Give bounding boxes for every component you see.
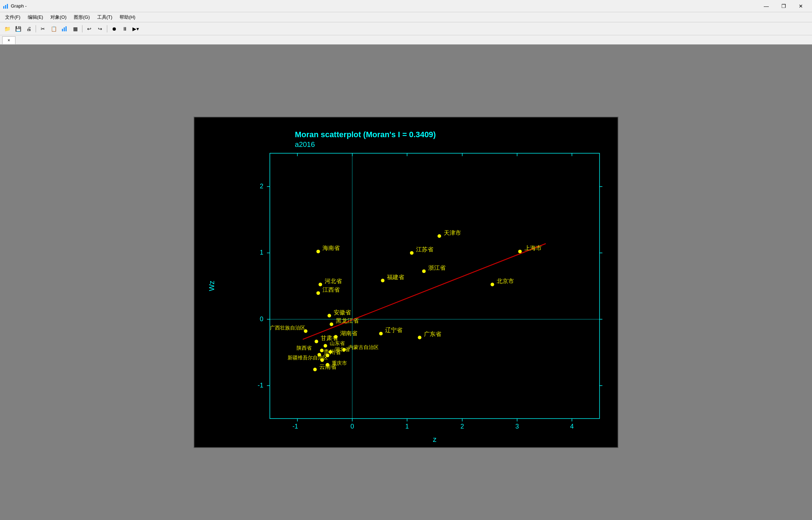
x-tick-0: 0: [351, 423, 354, 430]
toolbar-stop[interactable]: ⏺: [109, 24, 119, 33]
svg-rect-2: [7, 4, 8, 9]
label-shaanxi: 陕西省: [297, 345, 312, 351]
svg-rect-6: [195, 117, 618, 447]
window-controls: — ❐ ✕: [758, 0, 809, 12]
toolbar-table[interactable]: ▦: [70, 24, 80, 33]
graph-window: Moran scatterplot (Moran's I = 0.3409) a…: [194, 117, 618, 448]
minimize-button[interactable]: —: [758, 0, 775, 12]
svg-rect-4: [64, 27, 65, 31]
y-tick-minus1: -1: [258, 382, 263, 389]
toolbar-pause[interactable]: ⏸: [120, 24, 130, 33]
label-hainan: 海南省: [322, 245, 340, 251]
label-innermongolia: 内蒙古自治区: [348, 344, 379, 350]
label-beijing: 北京市: [497, 278, 514, 284]
label-tianjin: 天津市: [444, 230, 461, 236]
toolbar-chart[interactable]: [59, 24, 69, 33]
point-jiangxi: [316, 291, 320, 295]
label-liaoning: 辽宁省: [385, 327, 402, 333]
toolbar-print[interactable]: 🖨: [24, 24, 34, 33]
label-shanghai: 上海市: [524, 245, 542, 251]
x-tick-minus1: -1: [292, 423, 298, 430]
point-shaanxi: [320, 349, 324, 352]
label-heilongjiang: 黑龙江省: [336, 318, 359, 324]
svg-rect-3: [62, 29, 63, 31]
menu-object[interactable]: 对象(O): [47, 13, 70, 22]
toolbar-copy[interactable]: 📋: [49, 24, 59, 33]
label-jiangxi: 江西省: [322, 287, 340, 293]
label-hunan: 湖南省: [340, 330, 357, 336]
tab-bar: ×: [0, 35, 812, 45]
svg-rect-5: [66, 26, 67, 31]
main-content: Moran scatterplot (Moran's I = 0.3409) a…: [0, 45, 812, 520]
svg-rect-0: [3, 6, 4, 9]
point-hebei: [319, 283, 322, 286]
title-text: Graph -: [11, 3, 758, 9]
chart-svg: Moran scatterplot (Moran's I = 0.3409) a…: [194, 117, 618, 447]
menu-edit[interactable]: 编辑(E): [24, 13, 47, 22]
label-anhui: 安徽省: [334, 309, 351, 315]
chart-subtitle: a2016: [295, 140, 315, 148]
menu-graph[interactable]: 图形(G): [70, 13, 94, 22]
point-anhui: [328, 314, 331, 318]
point-yunnan: [313, 368, 317, 371]
menu-tools[interactable]: 工具(T): [94, 13, 116, 22]
toolbar-sep-2: [82, 25, 82, 32]
point-innermongolia: [342, 348, 346, 351]
point-gansu: [315, 340, 318, 343]
x-axis-label: z: [433, 435, 437, 443]
point-sichuan: [326, 354, 329, 357]
toolbar-open[interactable]: 📁: [2, 24, 12, 33]
title-bar: Graph - — ❐ ✕: [0, 0, 812, 12]
point-hainan: [316, 250, 320, 253]
x-tick-2: 2: [460, 423, 464, 430]
toolbar-save[interactable]: 💾: [13, 24, 23, 33]
chart-title: Moran scatterplot (Moran's I = 0.3409): [295, 130, 436, 139]
label-zhejiang: 浙江省: [428, 265, 446, 271]
toolbar-sep-3: [107, 25, 107, 32]
close-button[interactable]: ✕: [793, 0, 809, 12]
menu-file[interactable]: 文件(F): [1, 13, 24, 22]
label-guizhou: 贵州省: [324, 349, 341, 355]
svg-rect-1: [5, 5, 6, 9]
toolbar-cut[interactable]: ✂: [38, 24, 48, 33]
maximize-button[interactable]: ❐: [775, 0, 792, 12]
point-fujian: [381, 279, 384, 282]
toolbar-play-dropdown[interactable]: ▶▾: [131, 24, 141, 33]
y-axis-label: Wz: [208, 281, 216, 291]
y-tick-0: 0: [260, 315, 263, 323]
y-tick-2: 2: [260, 183, 263, 190]
label-shandong: 山东省: [330, 340, 345, 346]
point-jiangsu: [410, 251, 414, 255]
x-tick-4: 4: [570, 423, 574, 430]
label-hebei: 河北省: [325, 278, 342, 284]
label-guangxi: 广西壮族自治区: [270, 325, 305, 331]
point-liaoning: [379, 332, 383, 335]
toolbar-sep-1: [36, 25, 36, 32]
tab-close[interactable]: ×: [2, 36, 15, 44]
label-guangdong: 广东省: [424, 331, 441, 337]
label-fujian: 福建省: [387, 274, 404, 280]
point-zhejiang: [422, 269, 426, 273]
x-tick-3: 3: [515, 423, 519, 430]
point-guangdong: [418, 336, 421, 339]
point-beijing: [491, 283, 494, 286]
app-icon: [3, 3, 9, 9]
point-heilongjiang: [330, 323, 333, 326]
menu-help[interactable]: 帮助(H): [116, 13, 139, 22]
label-jiangsu: 江苏省: [416, 246, 433, 252]
label-xinjiang: 新疆维吾尔自治区: [288, 355, 328, 360]
toolbar: 📁 💾 🖨 ✂ 📋 ▦ ↩ ↪ ⏺ ⏸ ▶▾: [0, 22, 812, 35]
point-tianjin: [438, 234, 441, 238]
menu-bar: 文件(F) 编辑(E) 对象(O) 图形(G) 工具(T) 帮助(H): [0, 12, 812, 22]
toolbar-redo[interactable]: ↪: [95, 24, 105, 33]
toolbar-undo[interactable]: ↩: [84, 24, 94, 33]
y-tick-1: 1: [260, 249, 263, 256]
point-shanghai: [518, 250, 522, 253]
x-tick-1: 1: [405, 423, 409, 430]
point-shandong: [324, 344, 327, 348]
label-yunnan: 云南省: [319, 364, 337, 370]
